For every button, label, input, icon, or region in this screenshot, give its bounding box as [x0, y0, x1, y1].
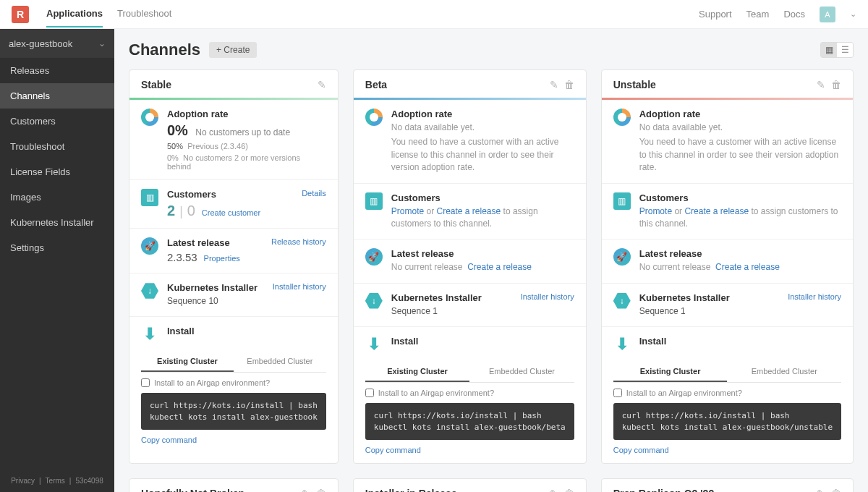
sidebar-item-kubernetes-installer[interactable]: Kubernetes Installer: [0, 210, 114, 235]
edit-icon[interactable]: ✎: [817, 488, 825, 492]
create-release-link[interactable]: Create a release: [437, 206, 501, 216]
channel-card: Installer in Release ✎🗑 Adoption rate: [353, 478, 587, 492]
download-icon: ⬇: [613, 336, 631, 353]
tab-existing-cluster[interactable]: Existing Cluster: [365, 362, 469, 382]
airgap-checkbox[interactable]: Install to an Airgap environment?: [602, 383, 853, 403]
tab-existing-cluster[interactable]: Existing Cluster: [613, 362, 728, 382]
properties-link[interactable]: Properties: [204, 254, 240, 263]
download-icon: ⬇: [365, 336, 383, 353]
page-title: Channels: [129, 41, 200, 59]
tab-embedded-cluster[interactable]: Embedded Cluster: [727, 362, 841, 382]
rocket-icon: 🚀: [141, 237, 158, 255]
list-view-icon[interactable]: ☰: [837, 43, 853, 57]
footer-terms[interactable]: Terms: [46, 477, 65, 485]
airgap-checkbox[interactable]: Install to an Airgap environment?: [354, 383, 586, 403]
copy-command-link[interactable]: Copy command: [129, 436, 338, 453]
channel-name: Hopefully Not Broken: [141, 488, 244, 492]
building-icon: ▥: [613, 192, 631, 210]
tab-applications[interactable]: Applications: [46, 1, 103, 27]
building-icon: ▥: [365, 192, 383, 210]
gauge-icon: [141, 109, 158, 126]
sidebar: alex-guestbook ⌄ ReleasesChannelsCustome…: [0, 29, 114, 492]
grid-view-icon[interactable]: ▦: [821, 43, 837, 57]
topbar: R Applications Troubleshoot Support Team…: [0, 0, 868, 29]
delete-icon[interactable]: 🗑: [831, 488, 841, 492]
create-release-link[interactable]: Create a release: [467, 262, 532, 272]
delete-icon[interactable]: 🗑: [831, 79, 841, 90]
airgap-checkbox[interactable]: Install to an Airgap environment?: [129, 373, 338, 393]
channel-card: Beta ✎🗑 Adoption rate No data available …: [353, 69, 587, 464]
nav-team[interactable]: Team: [746, 9, 770, 20]
footer-build: 53c4098: [75, 477, 103, 485]
create-release-link[interactable]: Create a release: [684, 206, 749, 216]
footer-privacy[interactable]: Privacy: [11, 477, 35, 485]
tab-troubleshoot[interactable]: Troubleshoot: [117, 1, 171, 27]
rocket-icon: 🚀: [365, 248, 383, 266]
tab-embedded-cluster[interactable]: Embedded Cluster: [234, 352, 326, 372]
install-command: curl https://kots.io/install | bash kube…: [141, 393, 326, 430]
sidebar-item-channels[interactable]: Channels: [0, 83, 114, 109]
hexagon-icon: ↓: [613, 292, 631, 310]
sidebar-item-troubleshoot[interactable]: Troubleshoot: [0, 134, 114, 159]
edit-icon[interactable]: ✎: [817, 79, 825, 90]
channel-card: Stable ✎ Adoption rate 0% No customers u…: [129, 69, 339, 464]
channel-name: Stable: [141, 79, 171, 90]
release-history-link[interactable]: Release history: [271, 237, 326, 246]
promote-link[interactable]: Promote: [391, 206, 424, 216]
channel-name: Beta: [365, 79, 387, 90]
delete-icon[interactable]: 🗑: [564, 488, 574, 492]
edit-icon[interactable]: ✎: [302, 488, 310, 492]
avatar[interactable]: A: [820, 7, 835, 22]
chevron-down-icon: ⌄: [98, 38, 106, 48]
edit-icon[interactable]: ✎: [318, 79, 326, 90]
app-selector[interactable]: alex-guestbook ⌄: [0, 29, 114, 58]
gauge-icon: [613, 109, 631, 126]
edit-icon[interactable]: ✎: [550, 488, 558, 492]
topnav-tabs: Applications Troubleshoot: [46, 1, 171, 27]
channel-name: Prep Replicon Q2 '22: [613, 488, 715, 492]
sidebar-item-customers[interactable]: Customers: [0, 109, 114, 134]
rocket-icon: 🚀: [613, 248, 631, 266]
installer-history-link[interactable]: Installer history: [521, 292, 574, 301]
copy-command-link[interactable]: Copy command: [602, 446, 853, 463]
channel-card: Unstable ✎🗑 Adoption rate No data availa…: [601, 69, 854, 464]
chevron-down-icon[interactable]: ⌄: [850, 9, 856, 19]
logo[interactable]: R: [12, 6, 29, 23]
sidebar-item-releases[interactable]: Releases: [0, 58, 114, 83]
create-button[interactable]: + Create: [209, 42, 257, 58]
download-icon: ⬇: [141, 326, 158, 343]
details-link[interactable]: Details: [302, 189, 326, 198]
sidebar-footer: Privacy| Terms| 53c4098: [0, 470, 114, 492]
nav-support[interactable]: Support: [699, 9, 732, 20]
delete-icon[interactable]: 🗑: [316, 488, 326, 492]
create-release-link[interactable]: Create a release: [715, 262, 780, 272]
create-customer-link[interactable]: Create customer: [202, 208, 260, 217]
tab-existing-cluster[interactable]: Existing Cluster: [141, 352, 234, 372]
topnav-right: Support Team Docs A ⌄: [699, 7, 856, 22]
nav-docs[interactable]: Docs: [783, 9, 805, 20]
installer-history-link[interactable]: Installer history: [788, 292, 841, 301]
install-command: curl https://kots.io/install | bash kube…: [613, 403, 841, 440]
channel-name: Installer in Release: [365, 488, 457, 492]
installer-history-link[interactable]: Installer history: [273, 282, 326, 291]
channel-card: Prep Replicon Q2 '22 ✎🗑 Adoption rate: [601, 478, 854, 492]
sidebar-item-license-fields[interactable]: License Fields: [0, 159, 114, 184]
channel-name: Unstable: [613, 79, 656, 90]
channel-card: Hopefully Not Broken ✎🗑 Adoption rate: [129, 478, 339, 492]
promote-link[interactable]: Promote: [639, 206, 672, 216]
delete-icon[interactable]: 🗑: [564, 79, 574, 90]
sidebar-item-settings[interactable]: Settings: [0, 235, 114, 260]
tab-embedded-cluster[interactable]: Embedded Cluster: [469, 362, 574, 382]
edit-icon[interactable]: ✎: [550, 79, 558, 90]
app-name: alex-guestbook: [9, 38, 72, 49]
gauge-icon: [365, 109, 383, 126]
building-icon: ▥: [141, 189, 158, 206]
hexagon-icon: ↓: [365, 292, 383, 310]
view-toggle: ▦ ☰: [820, 42, 854, 58]
hexagon-icon: ↓: [141, 282, 158, 300]
sidebar-item-images[interactable]: Images: [0, 184, 114, 210]
main-content: Channels + Create ▦ ☰ Stable ✎ Adoption …: [114, 29, 868, 492]
install-command: curl https://kots.io/install | bash kube…: [365, 403, 574, 440]
copy-command-link[interactable]: Copy command: [354, 446, 586, 463]
